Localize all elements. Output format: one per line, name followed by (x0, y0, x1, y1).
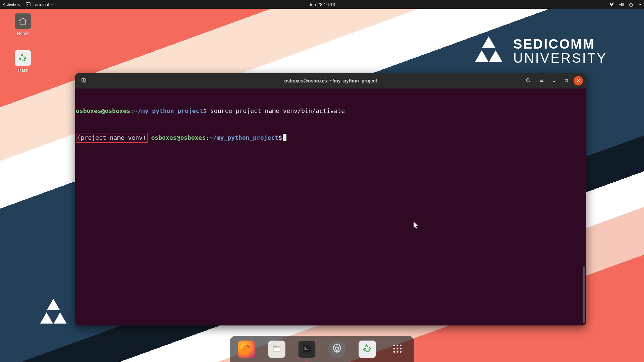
close-icon (577, 78, 580, 84)
brand-logo-icon (474, 35, 504, 67)
command-text: source project_name_venv/bin/activate (210, 107, 345, 114)
brand-logo-small (39, 298, 68, 328)
hamburger-menu-button[interactable] (536, 75, 547, 86)
mouse-pointer-icon (413, 221, 419, 229)
maximize-icon (565, 78, 568, 84)
svg-marker-7 (489, 50, 502, 62)
activities-label: Activities (3, 2, 20, 7)
hamburger-icon (539, 78, 544, 84)
terminal-window: osboxes@osboxes: ~/my_python_project (75, 73, 586, 325)
recycle-icon (363, 344, 372, 355)
new-tab-button[interactable] (78, 75, 89, 86)
prompt-colon: : (206, 134, 209, 141)
svg-point-22 (393, 348, 395, 349)
svg-marker-8 (47, 299, 60, 310)
dock-files[interactable] (267, 340, 286, 359)
prompt-user-host: osboxes@osboxes (151, 134, 206, 141)
prompt-colon: : (130, 107, 134, 114)
gear-icon (331, 343, 343, 356)
power-icon[interactable] (629, 2, 634, 7)
volume-icon[interactable] (619, 2, 624, 7)
new-tab-icon (81, 77, 87, 84)
brand-watermark: SEDICOMM UNIVERSITY (474, 35, 607, 67)
maximize-button[interactable] (561, 76, 571, 85)
svg-point-21 (400, 345, 401, 346)
svg-rect-18 (303, 345, 311, 352)
panel-clock[interactable]: Jun 28 16:13 (309, 2, 335, 7)
svg-rect-1 (610, 2, 611, 4)
terminal-titlebar[interactable]: osboxes@osboxes: ~/my_python_project (75, 73, 586, 88)
svg-point-26 (396, 351, 398, 353)
prompt-path: ~/my_python_project (134, 107, 203, 114)
svg-rect-0 (26, 3, 30, 6)
prompt-symbol: $ (278, 134, 282, 141)
svg-point-23 (396, 348, 398, 349)
brand-line2: UNIVERSITY (513, 51, 607, 65)
app-menu-label: Terminal (33, 2, 49, 7)
apps-grid-icon (392, 343, 403, 356)
svg-marker-9 (40, 312, 53, 323)
desktop-icon-home[interactable]: Home (10, 13, 36, 36)
svg-rect-2 (612, 2, 613, 4)
brand-line1: SEDICOMM (513, 37, 607, 51)
dock (230, 336, 414, 362)
home-icon (18, 16, 28, 26)
prompt-path: ~/my_python_project (209, 134, 278, 141)
desktop-icon-label: Trash (10, 68, 36, 73)
files-icon (272, 344, 282, 355)
recycle-icon (18, 54, 27, 62)
venv-indicator: (project_name_venv) (76, 133, 148, 143)
svg-point-20 (396, 345, 398, 346)
chevron-down-icon[interactable] (638, 3, 641, 6)
firefox-icon (241, 343, 252, 356)
desktop-icon-trash[interactable]: Trash (10, 50, 36, 73)
dock-show-applications[interactable] (388, 340, 407, 359)
desktop-icon-label: Home (10, 31, 36, 36)
terminal-line: (project_name_venv) osboxes@osboxes:~/my… (76, 133, 586, 143)
network-icon[interactable] (609, 2, 614, 7)
prompt-user-host: osboxes@osboxes (76, 107, 130, 114)
svg-point-25 (393, 351, 395, 353)
text-cursor (283, 134, 286, 141)
search-button[interactable] (523, 75, 533, 86)
svg-rect-17 (274, 348, 280, 351)
app-menu[interactable]: Terminal (26, 2, 54, 7)
dock-terminal[interactable] (298, 340, 316, 359)
terminal-line: osboxes@osboxes:~/my_python_project$ sou… (76, 107, 586, 115)
svg-marker-6 (475, 50, 488, 62)
search-icon (526, 78, 531, 84)
svg-point-12 (526, 78, 529, 81)
window-title: osboxes@osboxes: ~/my_python_project (284, 78, 377, 83)
scrollbar-thumb[interactable] (583, 266, 585, 323)
svg-rect-3 (611, 5, 612, 6)
close-button[interactable] (574, 76, 583, 85)
minimize-button[interactable] (549, 76, 559, 85)
dock-settings[interactable] (328, 340, 346, 359)
dock-trash[interactable] (358, 340, 377, 359)
prompt-symbol: $ (203, 107, 207, 114)
terminal-icon (302, 344, 312, 355)
svg-point-24 (400, 348, 401, 349)
top-panel: Activities Terminal Jun 28 16:13 (0, 0, 644, 9)
svg-point-27 (400, 351, 401, 353)
dock-firefox[interactable] (237, 340, 256, 359)
svg-marker-10 (54, 312, 67, 323)
chevron-down-icon (51, 3, 54, 6)
terminal-viewport[interactable]: osboxes@osboxes:~/my_python_project$ sou… (75, 88, 586, 325)
svg-marker-5 (482, 37, 495, 48)
activities-button[interactable]: Activities (3, 2, 20, 7)
svg-rect-16 (273, 346, 277, 348)
terminal-icon (26, 2, 31, 7)
minimize-icon (552, 78, 556, 84)
svg-point-19 (393, 345, 395, 346)
svg-rect-13 (565, 79, 567, 82)
